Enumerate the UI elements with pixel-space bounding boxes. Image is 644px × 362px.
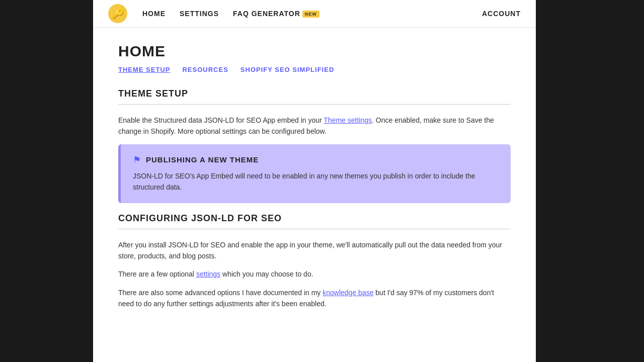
new-badge: NEW [302,11,319,18]
logo[interactable]: 🔑 [108,4,127,23]
section-configure-para2: There are a few optional settings which … [118,268,511,280]
section-configure-para1: After you install JSON-LD for SEO and en… [118,239,511,262]
section-theme-setup-title: Theme Setup [118,88,511,99]
nav-home[interactable]: Home [142,10,166,18]
page-content: Home Theme Setup Resources Shopify SEO S… [93,28,536,332]
info-box-title: Publishing a New Theme [146,155,259,164]
theme-settings-link[interactable]: Theme settings [324,116,372,124]
page-title: Home [118,43,511,60]
section-configure-title: Configuring JSON-LD for SEO [118,213,511,224]
sub-tabs: Theme Setup Resources Shopify SEO Simpli… [118,66,511,73]
navbar: 🔑 Home Settings FAQ GeneratorNEW Account [93,0,536,28]
knowledge-base-link[interactable]: knowledge base [323,289,373,297]
flag-icon: ⚑ [133,154,141,165]
nav-account[interactable]: Account [482,10,521,18]
settings-link[interactable]: settings [196,270,220,278]
info-box-header: ⚑ Publishing a New Theme [133,154,499,165]
section-configure-para3: There are also some advanced options I h… [118,287,511,310]
nav-settings[interactable]: Settings [180,10,219,18]
logo-icon: 🔑 [108,4,127,23]
tab-shopify-seo[interactable]: Shopify SEO Simplified [240,66,334,73]
section-intro-text: Enable the Structured data JSON-LD for S… [118,115,511,137]
section-divider-2 [118,229,511,229]
info-box-text: JSON-LD for SEO's App Embed will need to… [133,170,499,193]
tab-resources[interactable]: Resources [182,66,228,73]
section-theme-setup: Theme Setup Enable the Structured data J… [118,88,511,203]
info-box: ⚑ Publishing a New Theme JSON-LD for SEO… [118,144,511,203]
nav-links: Home Settings FAQ GeneratorNEW [142,10,482,18]
section-divider-1 [118,104,511,105]
section-configure: Configuring JSON-LD for SEO After you in… [118,213,511,310]
tab-theme-setup[interactable]: Theme Setup [118,66,170,73]
nav-faq[interactable]: FAQ GeneratorNEW [233,10,319,18]
